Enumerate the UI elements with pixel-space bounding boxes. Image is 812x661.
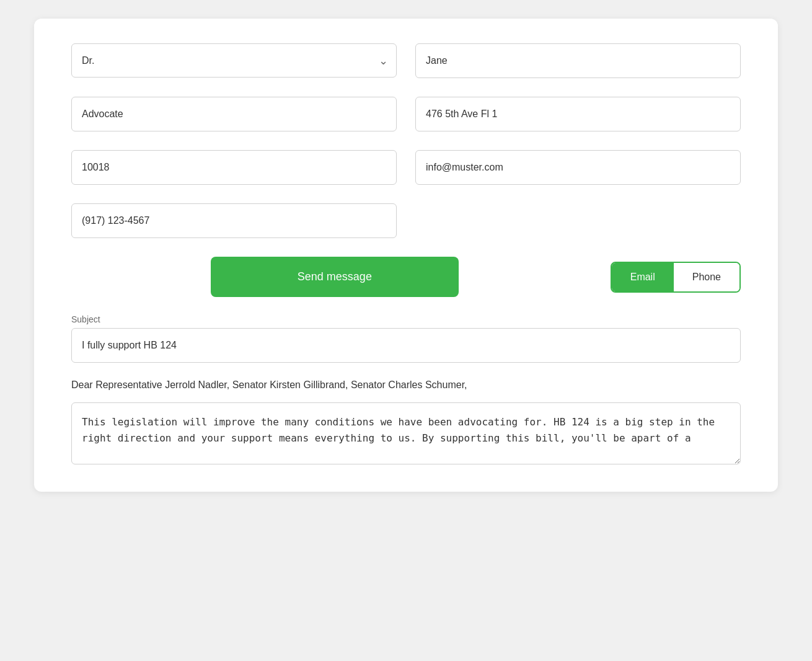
salutation-text: Dear Representative Jerrold Nadler, Sena… [71, 378, 741, 393]
email-phone-toggle: Email Phone [611, 262, 741, 293]
phone-spacer [415, 203, 741, 238]
send-message-button[interactable]: Send message [211, 257, 459, 297]
row-phone [71, 203, 741, 238]
message-body-textarea[interactable] [71, 402, 741, 464]
org-col [71, 97, 397, 131]
title-select[interactable]: Mr. Ms. Mrs. Dr. Prof. [71, 43, 397, 78]
subject-input[interactable] [71, 328, 741, 363]
first-name-input[interactable] [415, 43, 741, 78]
row-zip-email [71, 150, 741, 185]
title-select-wrapper: Mr. Ms. Mrs. Dr. Prof. ⌄ [71, 43, 397, 78]
zip-col [71, 150, 397, 185]
send-btn-wrapper: Send message [71, 257, 598, 297]
email-input[interactable] [415, 150, 741, 185]
actions-row: Send message Email Phone [71, 257, 741, 297]
phone-input[interactable] [71, 203, 397, 238]
firstname-col [415, 43, 741, 78]
title-col: Mr. Ms. Mrs. Dr. Prof. ⌄ [71, 43, 397, 78]
email-toggle-button[interactable]: Email [612, 263, 674, 291]
subject-section: Subject [71, 314, 741, 378]
email-col [415, 150, 741, 185]
row-org-address [71, 97, 741, 131]
form-container: Mr. Ms. Mrs. Dr. Prof. ⌄ [34, 19, 778, 492]
subject-label: Subject [71, 314, 741, 324]
zip-input[interactable] [71, 150, 397, 185]
address-col [415, 97, 741, 131]
address-input[interactable] [415, 97, 741, 131]
organization-input[interactable] [71, 97, 397, 131]
phone-col [71, 203, 397, 238]
phone-toggle-button[interactable]: Phone [674, 263, 739, 291]
row-title-firstname: Mr. Ms. Mrs. Dr. Prof. ⌄ [71, 43, 741, 78]
